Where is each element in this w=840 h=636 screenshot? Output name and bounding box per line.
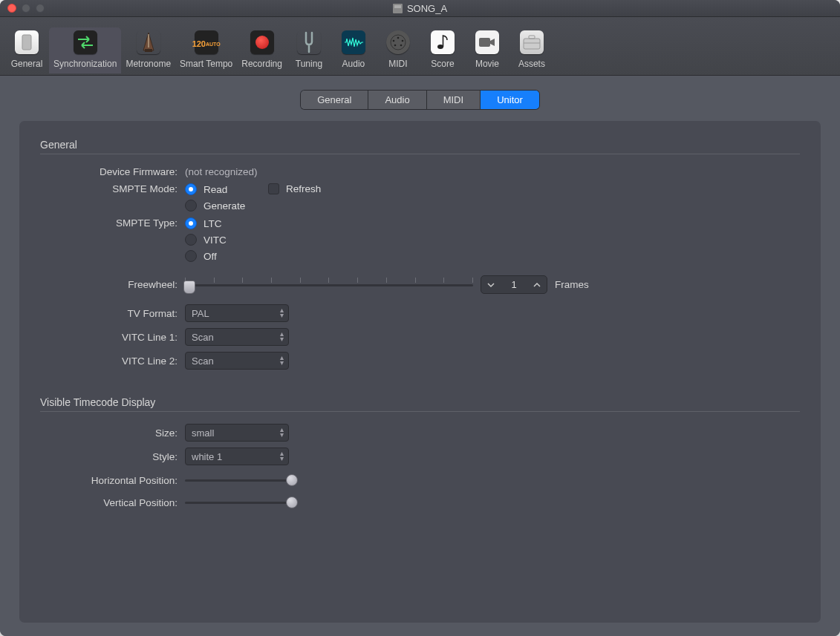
radio-icon [185,250,197,262]
smpte-mode-generate[interactable]: Generate [185,200,268,212]
toolbar-item-label: Score [431,59,454,69]
label-vitc1: VITC Line 1: [40,332,185,343]
project-icon [393,4,403,13]
checkbox-icon [268,183,279,194]
value-device-firmware: (not recognized) [185,166,258,177]
svg-point-9 [400,45,403,47]
slider-thumb-icon [286,474,298,486]
briefcase-icon [520,30,544,54]
prefs-window: SONG_A General Synchronization Metronome… [0,0,840,636]
midi-icon [386,30,410,54]
select-value: PAL [192,308,209,319]
toolbar-item-label: Synchronization [53,59,117,69]
chevron-updown-icon: ▴▾ [280,427,284,437]
record-icon [250,30,274,54]
chevron-up-icon[interactable] [530,278,544,292]
toolbar-item-label: Movie [475,59,499,69]
label-freewheel: Freewheel: [40,279,185,290]
radio-label: Read [204,184,227,195]
toolbar-tuning[interactable]: Tuning [287,27,331,73]
svg-point-6 [393,40,395,42]
toolbar-assets[interactable]: Assets [509,27,554,73]
tab-audio[interactable]: Audio [368,91,426,109]
label-size: Size: [40,427,185,439]
smpte-type-vitc[interactable]: VITC [185,234,227,246]
toolbar-recording[interactable]: Recording [237,27,287,73]
toolbar-synchronization[interactable]: Synchronization [49,27,121,73]
vitc2-select[interactable]: Scan ▴▾ [185,352,289,370]
svg-point-8 [394,45,397,47]
label-style: Style: [40,451,185,462]
select-value: Scan [192,332,214,343]
label-vitc2: VITC Line 2: [40,355,185,367]
settings-card: General Device Firmware: (not recognized… [19,121,821,623]
vertical-position-slider[interactable] [185,495,296,510]
toolbar-item-label: Audio [342,59,365,69]
radio-label: Off [204,251,217,262]
toolbar-audio[interactable]: Audio [331,27,376,73]
svg-rect-12 [524,39,540,49]
radio-icon [185,217,197,229]
svg-rect-11 [479,38,490,47]
label-smpte-mode: SMPTE Mode: [40,183,185,194]
metronome-icon [137,30,160,54]
tempo-value: 120 [192,40,206,48]
tab-midi[interactable]: MIDI [427,91,481,109]
sync-icon [74,30,97,54]
radio-icon [185,183,197,195]
chevron-updown-icon: ▴▾ [280,331,284,341]
label-frames: Frames [555,279,589,290]
camera-icon [475,30,499,54]
smpte-mode-refresh[interactable]: Refresh [268,183,321,194]
main-pane: General Audio MIDI Unitor General Device… [0,76,840,636]
label-hpos: Horizontal Position: [40,475,185,486]
tv-format-select[interactable]: PAL ▴▾ [185,304,289,322]
tab-unitor[interactable]: Unitor [481,91,539,109]
label-vpos: Vertical Position: [40,497,185,508]
svg-point-5 [397,37,400,39]
smpte-type-ltc[interactable]: LTC [185,217,227,229]
toolbar-item-label: MIDI [388,59,407,69]
smpte-type-off[interactable]: Off [185,250,227,262]
slider-thumb-icon [286,496,298,508]
slider-thumb-icon [183,281,195,294]
section-vtd: Visible Timecode Display [40,396,800,412]
svg-point-7 [402,40,404,42]
freewheel-slider[interactable] [185,278,473,292]
note-icon [431,30,455,54]
waveform-icon [342,30,365,54]
tab-general[interactable]: General [301,91,368,109]
select-value: Scan [192,355,214,367]
style-select[interactable]: white 1 ▴▾ [185,448,289,465]
prefs-toolbar: General Synchronization Metronome 120 AU… [0,17,840,76]
sync-subtabs: General Audio MIDI Unitor [0,91,840,109]
toolbar-smart-tempo[interactable]: 120 AUTO Smart Tempo [175,27,237,73]
toolbar-movie[interactable]: Movie [465,27,509,73]
titlebar: SONG_A [0,0,840,17]
toolbar-midi[interactable]: MIDI [376,27,420,73]
toolbar-item-label: Tuning [296,59,322,69]
label-tv-format: TV Format: [40,308,185,319]
toolbar-metronome[interactable]: Metronome [121,27,175,73]
toolbar-item-label: Smart Tempo [180,59,232,69]
toolbar-item-label: Recording [241,59,282,69]
section-general: General [40,139,800,154]
size-select[interactable]: small ▴▾ [185,424,289,442]
label-smpte-type: SMPTE Type: [40,217,185,229]
chevron-down-icon[interactable] [484,278,498,292]
toolbar-general[interactable]: General [4,27,49,73]
freewheel-value: 1 [499,279,529,290]
svg-rect-1 [25,36,29,42]
vitc1-select[interactable]: Scan ▴▾ [185,328,289,346]
smpte-mode-read[interactable]: Read [185,183,268,195]
toolbar-score[interactable]: Score [420,27,465,73]
radio-icon [185,200,197,212]
radio-label: Generate [204,200,245,212]
window-title: SONG_A [407,3,447,14]
radio-label: VITC [204,235,227,246]
toolbar-item-label: General [11,59,43,69]
toolbar-item-label: Metronome [126,59,171,69]
freewheel-stepper[interactable]: 1 [481,275,547,294]
tuning-fork-icon [297,30,321,54]
horizontal-position-slider[interactable] [185,473,296,488]
